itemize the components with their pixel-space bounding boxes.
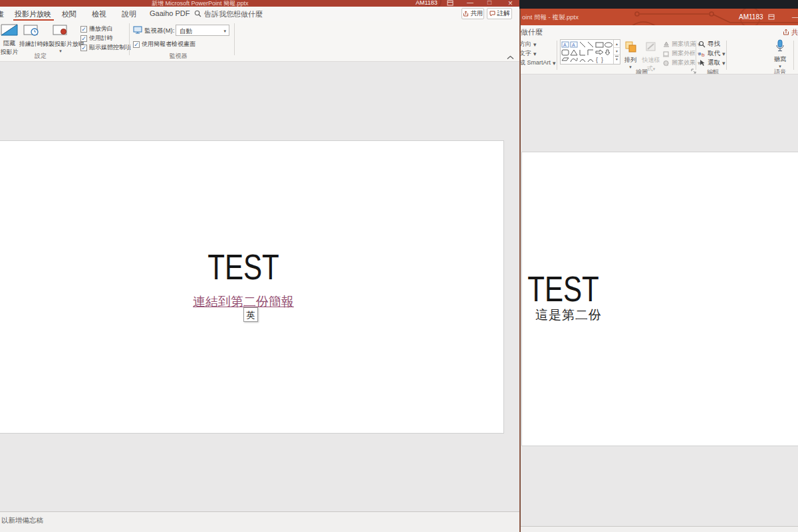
left-ribbon: 隱藏 投影片 排練計時 錄製投影片放映 ▾ ✓ 播放旁白 ✓ 使用計時 ✓ 顯示… [0, 21, 519, 62]
monitor-combobox-value: 自動 [180, 27, 192, 36]
show-media-controls-label: 顯示媒體控制項 [89, 43, 131, 52]
select-label: 選取 [708, 59, 720, 67]
maximize-button[interactable]: □ [487, 0, 491, 6]
find-button[interactable]: 尋找 [698, 40, 720, 49]
gallery-more-icon[interactable]: ▼ [615, 56, 618, 63]
comment-icon [489, 11, 495, 17]
svg-text:{: { [596, 57, 598, 63]
shape-fill-icon [662, 41, 670, 48]
collapse-ribbon-icon[interactable] [507, 55, 514, 60]
hide-slide-icon [1, 24, 18, 36]
text-direction-button[interactable]: 方向 ▾ [519, 40, 537, 49]
left-tab-row: 畫 投影片放映 校閱 檢視 說明 Gaaiho PDF 告訴我您想做什麼 共用 … [0, 7, 519, 21]
use-timings-label: 使用計時 [89, 34, 113, 43]
active-tab-underline [13, 19, 54, 21]
use-presenter-view-option[interactable]: ✓ 使用簡報者檢視畫面 [133, 40, 196, 49]
shape-outline-button[interactable]: 圖案外框 ▾ [662, 49, 701, 58]
svg-text:}: } [601, 57, 603, 63]
checkbox-checked: ✓ [80, 45, 87, 51]
group-label-editing: 編輯 [702, 68, 724, 74]
tab-slide-show[interactable]: 投影片放映 [15, 9, 51, 19]
minimize-button[interactable]: — [792, 13, 798, 21]
share-icon[interactable] [783, 29, 789, 35]
scroll-up-icon[interactable]: ▲ [614, 40, 620, 48]
replace-icon: ab [698, 50, 706, 57]
tab-view[interactable]: 檢視 [92, 9, 106, 19]
use-timings-option[interactable]: ✓ 使用計時 [80, 34, 113, 43]
group-label-drawing: 繪圖 [631, 68, 652, 74]
right-ribbon: 方向 ▾ 文字 ▾ 成 SmartArt ▾ A A {} [519, 39, 798, 74]
tab-review[interactable]: 校閱 [62, 9, 76, 19]
tab-help[interactable]: 說明 [122, 9, 136, 19]
slide-title-text[interactable]: TEST [522, 269, 605, 309]
slide-title-text[interactable]: TEST [192, 247, 295, 287]
monitor-combobox[interactable]: 自動 ▾ [176, 25, 229, 36]
svg-text:A: A [572, 43, 575, 47]
notes-placeholder[interactable]: 以新增備忘稿 [1, 516, 43, 525]
checkbox-checked: ✓ [133, 41, 140, 48]
align-text-button[interactable]: 文字 ▾ [519, 49, 537, 58]
shapes-gallery[interactable]: A A {} ▲ ▼ ▼ [560, 39, 620, 65]
replace-label: 取代 [708, 49, 720, 58]
slide-subtitle-text[interactable]: 這是第二份 [535, 307, 602, 324]
group-separator [234, 23, 235, 55]
gallery-scrollbar[interactable]: ▲ ▼ ▼ [613, 40, 620, 64]
search-icon[interactable] [194, 10, 201, 17]
record-slide-show-label: 錄製投影片放映 [43, 40, 78, 49]
tell-me-search-partial[interactable]: 想做什麼 [519, 27, 543, 37]
shape-effects-button[interactable]: 圖案效果 ▾ [662, 59, 701, 67]
quick-styles-label-1: 快速樣 [640, 56, 662, 65]
ribbon-display-options-icon[interactable] [768, 14, 775, 20]
monitor-dropdown-label: 監視器(M): [144, 27, 174, 35]
window-title: oint 簡報 - 複製.pptx [522, 13, 579, 22]
close-button[interactable]: × [508, 0, 513, 7]
chevron-down-icon: ▾ [533, 51, 537, 57]
monitor-icon [133, 26, 142, 34]
checkbox-checked: ✓ [80, 26, 87, 33]
left-titlebar[interactable]: 新增 Microsoft PowerPoint 簡報.pptx AM1183 —… [0, 0, 519, 7]
account-name[interactable]: AM1183 [416, 0, 438, 6]
shape-effects-icon [662, 60, 670, 66]
right-tab-row: 想做什麼 共用 [519, 25, 798, 39]
ime-mode-text: 英 [247, 310, 255, 320]
select-button[interactable]: 選取 ▾ [698, 59, 726, 67]
find-icon [698, 41, 706, 48]
window-title: 新增 Microsoft PowerPoint 簡報.pptx [152, 0, 249, 7]
align-text-label: 文字 [519, 49, 531, 58]
share-label: 共用 [471, 9, 483, 18]
comments-button[interactable]: 註解 [487, 8, 512, 19]
group-separator [129, 23, 130, 55]
slide-canvas[interactable] [0, 140, 504, 434]
svg-text:A: A [563, 43, 567, 47]
tell-me-search[interactable]: 告訴我您想做什麼 [204, 9, 263, 19]
tab-gaaiho-pdf[interactable]: Gaaiho PDF [150, 9, 190, 17]
select-icon [698, 59, 706, 66]
shape-outline-icon [662, 51, 670, 57]
replace-button[interactable]: ab 取代 ▾ [698, 49, 726, 58]
chevron-down-icon: ▾ [553, 60, 556, 66]
shape-fill-button[interactable]: 圖案填滿 ▾ [662, 40, 701, 49]
notes-pane[interactable] [519, 527, 798, 532]
group-label-voice: 語音 [769, 68, 791, 74]
show-media-controls-option[interactable]: ✓ 顯示媒體控制項 [80, 43, 131, 52]
account-name[interactable]: AM1183 [739, 13, 763, 21]
convert-smartart-label: 成 SmartArt [519, 59, 551, 67]
scroll-down-icon[interactable]: ▼ [614, 48, 620, 55]
share-label-partial[interactable]: 共用 [791, 28, 798, 37]
notes-pane[interactable]: 以新增備忘稿 [0, 512, 519, 532]
play-narrations-option[interactable]: ✓ 播放旁白 [80, 25, 113, 33]
minimize-button[interactable]: — [467, 0, 473, 6]
shape-gallery-icons: A A {} [561, 40, 613, 64]
share-button[interactable]: 共用 [462, 8, 484, 19]
dictate-microphone-icon [775, 39, 785, 53]
use-presenter-view-label: 使用簡報者檢視畫面 [142, 40, 196, 49]
text-direction-label: 方向 [519, 40, 531, 49]
powerpoint-window-copy: oint 簡報 - 複製.pptx AM1183 — 想做什麼 共用 方向 ▾ … [519, 9, 798, 532]
group-separator [726, 41, 727, 70]
tab-partial-animations[interactable]: 畫 [0, 9, 4, 19]
ribbon-display-options-icon[interactable] [447, 0, 454, 6]
arrange-icon [624, 41, 636, 53]
rehearse-timings-icon [23, 25, 39, 36]
convert-smartart-button[interactable]: 成 SmartArt ▾ [519, 59, 556, 67]
right-titlebar[interactable]: oint 簡報 - 複製.pptx AM1183 — [519, 9, 798, 25]
